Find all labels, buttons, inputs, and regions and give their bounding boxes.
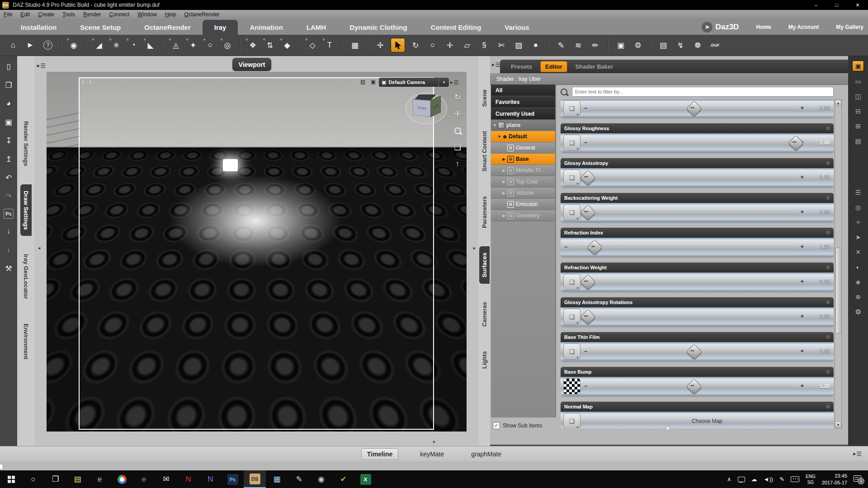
left-tab-iray-geolocator[interactable]: Iray GeoLocator	[20, 248, 32, 305]
new-cone-icon[interactable]: ◬+	[169, 38, 183, 52]
redo-icon[interactable]: ↷	[3, 190, 14, 202]
view-cube-gizmo[interactable]: Front Left	[405, 88, 450, 130]
tray-volume-icon[interactable]: ◄))	[764, 476, 774, 483]
maximize-button[interactable]: □	[826, 0, 847, 10]
iray-render-icon[interactable]: ↯	[674, 38, 687, 52]
gear-icon[interactable]: ⚙	[826, 334, 830, 340]
orbit-camera-icon[interactable]: ↻	[452, 92, 463, 103]
new-gauge-icon[interactable]: ◔+	[127, 38, 140, 52]
paint-icon[interactable]: ✎	[288, 470, 310, 488]
new-text-icon[interactable]: T+	[323, 38, 336, 52]
task-view-button[interactable]: ❐	[44, 470, 66, 488]
panel-tab-editor[interactable]: Editor	[540, 61, 567, 72]
smart-content-icon[interactable]: ◕	[3, 98, 14, 109]
import-icon[interactable]: ↧	[3, 135, 14, 146]
render-settings-icon[interactable]: ❁	[691, 38, 704, 52]
slider-track[interactable]: –+◂▸	[583, 101, 805, 116]
sync-app-icon[interactable]: ✔	[332, 470, 354, 488]
close-button[interactable]: ✕	[847, 0, 868, 10]
slider-decrement[interactable]: –	[564, 243, 567, 250]
chrome-icon[interactable]	[111, 470, 133, 488]
region-editor-icon[interactable]: ✏	[589, 38, 602, 52]
tree-item-metallic-fl-[interactable]: ▶GMetallic Fl...	[491, 165, 555, 176]
property-scrollbar[interactable]: ▲ ▼	[835, 99, 842, 428]
right-tab-surfaces[interactable]: Surfaces	[479, 246, 490, 284]
filter-input[interactable]	[572, 87, 834, 97]
tree-item-plane[interactable]: ▼plane	[491, 120, 555, 131]
scroll-down-button[interactable]: ▼	[835, 422, 841, 428]
install-icon[interactable]: ↓	[3, 244, 14, 256]
bottom-splitter-arrow[interactable]: ▲	[432, 439, 436, 444]
tree-item-base[interactable]: ▶GBase	[491, 154, 555, 165]
lasso-tool-icon[interactable]: ✄	[495, 38, 508, 52]
universal-manipulator-icon[interactable]: ✢	[373, 38, 387, 52]
left-tab-render-settings[interactable]: Render Settings	[20, 115, 32, 173]
map-button[interactable]: ❏▼	[563, 413, 580, 428]
photoshop-icon[interactable]: Ps	[222, 470, 244, 488]
new-prop-icon[interactable]: ◇+	[306, 38, 319, 52]
slider-increment[interactable]: +	[800, 243, 804, 250]
slider-decrement[interactable]: –	[584, 382, 587, 389]
panel-tab-shader-baker[interactable]: Shader Baker	[571, 61, 618, 72]
spring-tool-icon[interactable]: §	[477, 38, 491, 52]
mail-icon[interactable]: ✉	[155, 470, 177, 488]
file-explorer-icon[interactable]: ▤	[66, 470, 89, 488]
edge-icon[interactable]: e	[133, 470, 155, 488]
surface-selection-tool-icon[interactable]: ▨	[512, 38, 525, 52]
tree-item-volume[interactable]: ▶GVolume	[491, 188, 555, 199]
node-pick-tool-icon[interactable]: ●	[529, 38, 542, 52]
start-button[interactable]	[0, 470, 22, 488]
tree-item-top-coat[interactable]: ▶GTop Coat	[491, 176, 555, 188]
camera-dropdown-arrow[interactable]: ▼	[439, 78, 449, 87]
activity-tab-octanerender[interactable]: OctaneRender	[132, 20, 203, 35]
left-tab-draw-settings[interactable]: Draw Settings	[20, 184, 32, 236]
internet-explorer-icon[interactable]: e	[89, 470, 111, 488]
ds-home-icon[interactable]: ⌂	[6, 38, 20, 52]
gear-icon[interactable]: ⚙	[826, 369, 830, 375]
pane-target-icon[interactable]: ◎	[853, 202, 863, 212]
onenote-icon[interactable]: N	[199, 470, 222, 488]
download-icon[interactable]: ↓	[3, 225, 14, 237]
viewport-canvas[interactable]: 1 : 1 ▣ Default Camera ▼ ▶☰ ↻✛❏↑ Front L…	[47, 72, 467, 432]
map-button[interactable]: ❏▼	[563, 309, 580, 325]
node-selection-tool-icon[interactable]	[391, 38, 405, 52]
pane-node-icon[interactable]: ⊕	[853, 292, 863, 302]
photos-icon[interactable]: ▦	[266, 470, 288, 488]
slider-decrement[interactable]: –	[584, 347, 587, 354]
slider-increment[interactable]: +	[800, 104, 804, 111]
pointer-settings-icon[interactable]: ⚙	[631, 38, 645, 52]
zoom-camera-icon[interactable]	[452, 125, 463, 136]
render-camera-icon[interactable]: ▤	[656, 38, 670, 52]
right-tab-lights[interactable]: Lights	[479, 345, 490, 375]
right-tab-parameters[interactable]: Parameters	[479, 190, 490, 235]
gear-icon[interactable]: ⚙	[826, 195, 830, 201]
show-sub-items-checkbox[interactable]: ✔	[493, 422, 500, 429]
frame-camera-icon[interactable]: ❏	[452, 142, 463, 153]
tree-expand-arrow[interactable]: ▶	[501, 157, 506, 161]
tree-expand-arrow[interactable]: ▶	[501, 169, 506, 173]
pane-list-icon[interactable]: ☰	[853, 188, 863, 197]
map-button[interactable]: ❏▼	[563, 343, 580, 360]
gear-icon[interactable]: ⚙	[826, 126, 830, 131]
choose-map-button[interactable]: Choose Map	[583, 418, 831, 424]
pane-layout-split-v-icon[interactable]: ◫	[853, 91, 863, 101]
map-button[interactable]: ❏▼	[563, 274, 580, 290]
filter-all[interactable]: All	[491, 84, 555, 96]
menu-window[interactable]: Window	[137, 11, 157, 18]
map-button[interactable]: ❏▼	[563, 100, 580, 117]
slider-increment[interactable]: +	[800, 278, 804, 285]
map-button[interactable]: ❏▼	[563, 135, 580, 151]
link-my-account[interactable]: My Account	[788, 24, 819, 30]
new-group-icon[interactable]: ❖+	[246, 38, 259, 52]
slider-track[interactable]: –+◂▸	[583, 309, 805, 324]
new-camera-icon[interactable]: ◉+	[67, 38, 80, 52]
tree-expand-arrow[interactable]: ▼	[492, 123, 497, 127]
slider-decrement[interactable]: –	[584, 139, 587, 145]
menu-edit[interactable]: Edit	[20, 11, 30, 18]
slider-increment[interactable]: +	[800, 347, 804, 354]
tray-keyboard-icon[interactable]	[791, 476, 799, 482]
photoshop-bridge-icon[interactable]: Ps	[4, 209, 14, 219]
slider-decrement[interactable]: –	[584, 104, 587, 111]
tree-expand-arrow[interactable]: ▼	[497, 135, 502, 139]
viewport-tab[interactable]: Viewport	[232, 58, 271, 71]
